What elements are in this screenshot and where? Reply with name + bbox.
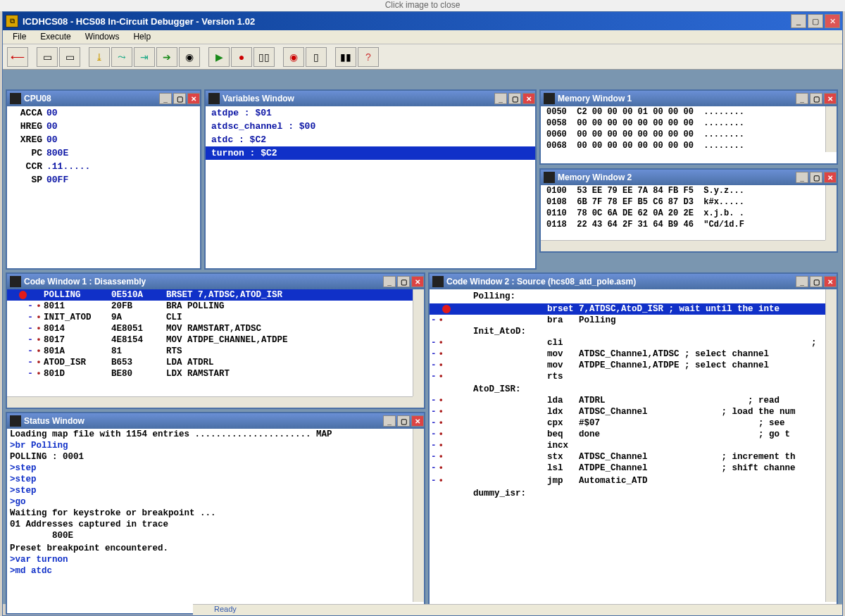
memory-row[interactable]: 0100 53 EE 79 EE 7A 84 FB F5 S.y.z... [541,185,837,196]
source-row[interactable]: -• cpx #$07 ; see [430,417,837,429]
source-row[interactable]: -• jmp Automatic_ATD [430,475,837,486]
step-over-icon[interactable]: ⤳ [111,47,132,67]
maximize-button[interactable]: ▢ [810,276,822,287]
close-button[interactable]: ✕ [411,276,424,287]
variable-row[interactable]: atdc : $C2 [206,133,535,146]
memory1-title-bar[interactable]: Memory Window 1 _ ▢ ✕ [541,91,837,106]
memory-row[interactable]: 0108 6B 7F 78 EF B5 C6 87 D3 k#x..... [541,196,837,208]
scrollbar-vertical[interactable] [413,289,424,396]
memory2-body[interactable]: 0100 53 EE 79 EE 7A 84 FB F5 S.y.z...010… [541,185,837,251]
minimize-button[interactable]: _ [796,276,808,287]
menu-execute[interactable]: Execute [33,30,77,44]
maximize-button[interactable]: ▢ [810,172,822,183]
minimize-button[interactable]: _ [383,276,396,287]
source-row[interactable]: Init_AtoD: [430,326,837,337]
scrollbar-horizontal[interactable] [541,240,825,251]
memory-row[interactable]: 0110 78 0C 6A DE 62 0A 20 2E x.j.b. . [541,208,837,219]
code2-body[interactable]: Polling: brset 7,ATDSC,AtoD_ISR ; wait u… [430,289,837,613]
memory-row[interactable]: 0058 00 00 00 00 00 00 00 00 ........ [541,118,837,129]
disassembly-row[interactable]: -•INIT_ATOD9ACLI [7,312,424,323]
code2-title-bar[interactable]: Code Window 2 : Source (hcs08_atd_pole.a… [430,274,837,289]
back-arrow-icon[interactable]: ⟵ [7,47,28,67]
source-row[interactable]: -• stx ATDSC_Channel ; increment th [430,451,837,463]
scrollbar-horizontal[interactable] [7,396,413,408]
minimize-button[interactable]: _ [796,93,808,104]
run-icon[interactable]: ▶ [208,47,230,67]
disassembly-row[interactable]: -•801120FBBRA POLLING [7,301,424,312]
status-body[interactable]: Loading map file with 1154 entries .....… [7,429,424,613]
scrollbar-vertical[interactable] [825,185,837,240]
code1-body[interactable]: POLLING0E510ABRSET 7,ATDSC,ATOD_ISR-•801… [7,289,424,408]
settings-icon[interactable]: ▯ [306,47,327,67]
disk2-icon[interactable]: ▭ [59,47,80,67]
close-button[interactable]: ✕ [187,93,200,104]
source-row[interactable]: -• cli ; [430,337,837,348]
maximize-button[interactable]: ▢ [173,93,186,104]
disassembly-row[interactable]: -•ATOD_ISRB653LDA ATDRL [7,357,424,368]
code1-title-bar[interactable]: Code Window 1 : Disassembly _ ▢ ✕ [7,274,424,289]
source-row[interactable]: brset 7,ATDSC,AtoD_ISR ; wait until the … [430,303,837,315]
close-button[interactable]: ✕ [824,172,837,183]
minimize-button[interactable]: _ [796,172,808,183]
source-row[interactable]: -• beq done ; go t [430,429,837,440]
menu-help[interactable]: Help [126,30,158,44]
close-button[interactable]: ✕ [824,276,837,287]
source-row[interactable]: Polling: [430,291,837,302]
source-row[interactable]: -• mov ATDSC_Channel,ATDSC ; select chan… [430,348,837,360]
variable-row[interactable]: atdpe : $01 [206,106,535,120]
disassembly-row[interactable]: -•801A81RTS [7,346,424,357]
variable-row[interactable]: turnon : $C2 [206,146,535,160]
stop-icon[interactable]: ● [231,47,252,67]
minimize-button[interactable]: _ [494,93,507,104]
memory-row[interactable]: 0060 00 00 00 00 00 00 00 00 ........ [541,129,837,140]
maximize-button[interactable]: ▢ [808,14,823,28]
source-row[interactable]: -• rts [430,371,837,382]
maximize-button[interactable]: ▢ [810,93,822,104]
step-out-icon[interactable]: ⇥ [134,47,155,67]
breakpoint-icon[interactable] [442,305,451,313]
step-into-icon[interactable]: ⤓ [89,47,110,67]
go-icon[interactable]: ➔ [156,47,177,67]
source-row[interactable]: dummy_isr: [430,488,837,499]
minimize-button[interactable]: _ [791,14,806,28]
variables-title-bar[interactable]: Variables Window _ ▢ ✕ [206,91,535,106]
disassembly-row[interactable]: -•80174E8154MOV ATDPE_CHANNEL,ATDPE [7,334,424,346]
source-row[interactable]: -• incx [430,440,837,451]
variables-body[interactable]: atdpe : $01atdsc_channel : $00atdc : $C2… [206,106,535,268]
memory2-title-bar[interactable]: Memory Window 2 _ ▢ ✕ [541,170,837,185]
scrollbar-vertical[interactable] [825,289,837,602]
source-row[interactable]: AtoD_ISR: [430,384,837,395]
close-button[interactable]: ✕ [411,415,424,427]
cpu-title-bar[interactable]: CPU08 _ ▢ ✕ [7,91,200,106]
scrollbar-vertical[interactable] [825,106,837,152]
menu-file[interactable]: File [6,30,33,44]
chart-icon[interactable]: ▮▮ [335,47,356,67]
minimize-button[interactable]: _ [159,93,172,104]
source-row[interactable]: -• bra Polling [430,315,837,326]
close-button[interactable]: ✕ [522,93,535,104]
breakpoint-icon[interactable]: ◉ [283,47,304,67]
memory1-body[interactable]: 0050 C2 00 00 00 01 00 00 00 ........005… [541,106,837,163]
memory-row[interactable]: 0050 C2 00 00 00 01 00 00 00 ........ [541,106,837,118]
maximize-button[interactable]: ▢ [508,93,521,104]
memory-row[interactable]: 0068 00 00 00 00 00 00 00 00 ........ [541,140,837,151]
status-title-bar[interactable]: Status Window _ ▢ ✕ [7,413,424,429]
disassembly-row[interactable]: -•801DBE80LDX RAMSTART [7,368,424,379]
disk1-icon[interactable]: ▭ [37,47,58,67]
maximize-button[interactable]: ▢ [397,415,410,427]
goto-cursor-icon[interactable]: ◉ [179,47,200,67]
minimize-button[interactable]: _ [383,415,396,427]
disassembly-row[interactable]: POLLING0E510ABRSET 7,ATDSC,ATOD_ISR [7,289,424,301]
pause-icon[interactable]: ▯▯ [254,47,275,67]
source-row[interactable]: -• lsl ATDPE_Channel ; shift channe [430,463,837,474]
source-row[interactable]: -• ldx ATDSC_Channel ; load the num [430,406,837,417]
maximize-button[interactable]: ▢ [397,276,410,287]
disassembly-row[interactable]: -•80144E8051MOV RAMSTART,ATDSC [7,323,424,334]
breakpoint-icon[interactable] [19,291,27,299]
menu-windows[interactable]: Windows [78,30,127,44]
memory-row[interactable]: 0118 22 43 64 2F 31 64 B9 46 "Cd/1d.F [541,219,837,230]
source-row[interactable]: -• lda ATDRL ; read [430,395,837,406]
source-row[interactable]: -• mov ATDPE_Channel,ATDPE ; select chan… [430,360,837,371]
close-button[interactable]: ✕ [825,14,840,28]
variable-row[interactable]: atdsc_channel : $00 [206,120,535,133]
